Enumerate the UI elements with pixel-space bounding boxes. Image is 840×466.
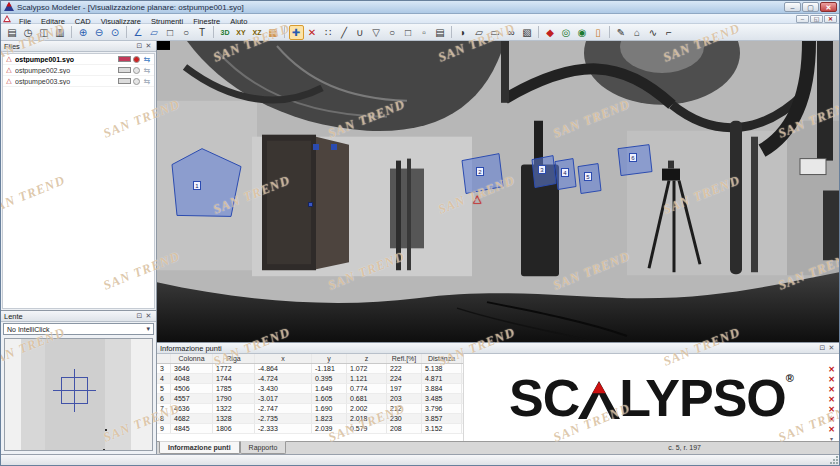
column-header[interactable]: y	[312, 354, 347, 363]
delete-row-icon[interactable]: ✕	[828, 415, 835, 425]
view-3d-icon[interactable]: 3D	[218, 25, 233, 40]
delete-row-icon[interactable]: ✕	[828, 405, 835, 415]
zoom-reset-icon[interactable]: ⊙	[108, 25, 123, 40]
table-row[interactable]: 336461772-4.864-1.1811.0722225.138	[157, 364, 463, 374]
fit-plane-icon[interactable]: ▱	[472, 25, 487, 40]
move-icon[interactable]: ⇆	[142, 55, 152, 64]
column-header[interactable]: x	[255, 354, 312, 363]
selected-point-marker[interactable]	[308, 202, 313, 207]
region-marker[interactable]: 3	[538, 165, 546, 174]
polyline-tool-icon[interactable]: ∪	[353, 25, 368, 40]
file-list-item[interactable]: △ostpumpe003.syo⇆	[3, 76, 154, 87]
region-marker[interactable]: 2	[476, 167, 484, 176]
fit-box-icon[interactable]: ▭	[488, 25, 503, 40]
move-icon[interactable]: ⇆	[142, 66, 152, 75]
angle-measure-icon[interactable]: ∠	[131, 25, 146, 40]
fit-wedge-icon[interactable]: ◗	[456, 25, 471, 40]
target-point-icon[interactable]: ◆	[543, 25, 558, 40]
region-marker[interactable]: 4	[561, 168, 569, 177]
text-tool-icon[interactable]: T	[195, 25, 210, 40]
print-icon[interactable]: ▥	[53, 25, 68, 40]
tab-rapporto[interactable]: Rapporto	[240, 441, 287, 454]
close-icon[interactable]: ✕	[144, 42, 153, 50]
pipe-fitting-icon[interactable]: ⌐	[662, 25, 677, 40]
table-row[interactable]: 645571790-3.0171.6050.6812033.485	[157, 394, 463, 404]
lens-preview[interactable]	[4, 338, 153, 451]
leveling-rod-icon[interactable]: ▯	[591, 25, 606, 40]
table-row[interactable]: 440481744-4.7240.3951.1212244.871	[157, 374, 463, 384]
intelliclick-dropdown[interactable]: No IntelliClick ▾	[3, 323, 154, 335]
close-icon[interactable]: ✕	[144, 312, 153, 320]
color-swatch[interactable]	[118, 78, 131, 84]
polygon-measure-icon[interactable]: ▱	[147, 25, 162, 40]
save-icon[interactable]: ◫	[37, 25, 52, 40]
vertex-handle[interactable]	[313, 144, 319, 150]
resize-grip[interactable]	[830, 456, 838, 464]
panorama-view[interactable]: 1 2 3 4 5 6 △	[157, 41, 839, 343]
vertex-handle[interactable]	[331, 144, 337, 150]
maximize-button[interactable]: ▢	[802, 2, 819, 12]
region-marker[interactable]: 5	[584, 172, 592, 181]
view-xy-icon[interactable]: XY	[234, 25, 249, 40]
close-icon[interactable]: ✕	[827, 344, 836, 352]
polygon-tool-icon[interactable]: ▽	[369, 25, 384, 40]
delete-row-icon[interactable]: ✕	[828, 385, 835, 395]
mdi-restore-button[interactable]: ◱	[810, 15, 823, 23]
circle-tool-icon[interactable]: ○	[385, 25, 400, 40]
column-header[interactable]: Distanza	[422, 354, 462, 363]
minimize-button[interactable]: –	[784, 2, 801, 12]
region-marker[interactable]: 1	[193, 181, 201, 190]
pin-icon[interactable]: ⊡	[135, 42, 144, 50]
fit-sheet-icon[interactable]: ▧	[520, 25, 535, 40]
rect-tool-icon[interactable]: □	[401, 25, 416, 40]
region-marker[interactable]: 6	[629, 153, 637, 162]
column-header[interactable]: z	[347, 354, 387, 363]
open-file-icon[interactable]: ▤	[5, 25, 20, 40]
mdi-close-button[interactable]: ✕	[824, 15, 837, 23]
view-grid-icon[interactable]: ▦	[266, 25, 281, 40]
zoom-in-icon[interactable]: ⊕	[76, 25, 91, 40]
pan-tool-icon[interactable]: ✚	[289, 25, 304, 40]
delete-row-icon[interactable]: ✕	[828, 375, 835, 385]
delete-row-icon[interactable]: ✕	[828, 365, 835, 375]
target-b-icon[interactable]: ◉	[575, 25, 590, 40]
fit-pipe-icon[interactable]: ∞	[504, 25, 519, 40]
zoom-out-icon[interactable]: ⊖	[92, 25, 107, 40]
column-header[interactable]: Riga	[213, 354, 255, 363]
scatter-select-icon[interactable]: ∷	[321, 25, 336, 40]
table-row[interactable]: 948451806-2.3332.0390.5792083.152	[157, 424, 463, 434]
line-tool-icon[interactable]: ╱	[337, 25, 352, 40]
view-xz-icon[interactable]: XZ	[250, 25, 265, 40]
table-row[interactable]: 846821328-2.7351.8232.0182303.857	[157, 414, 463, 424]
tab-informazione-punti[interactable]: Informazione punti	[159, 441, 240, 454]
delete-points-icon[interactable]: ✕	[305, 25, 320, 40]
circle-measure-icon[interactable]: ○	[179, 25, 194, 40]
rect-measure-icon[interactable]: □	[163, 25, 178, 40]
color-swatch[interactable]	[118, 56, 131, 62]
export-model-icon[interactable]: ⌂	[630, 25, 645, 40]
visibility-dot-icon[interactable]	[133, 67, 140, 74]
target-a-icon[interactable]: ◎	[559, 25, 574, 40]
column-header[interactable]	[157, 354, 171, 363]
file-list-item[interactable]: △ostpumpe001.syo⇆	[3, 54, 154, 65]
delete-row-icon[interactable]: ✕	[828, 425, 835, 435]
delete-row-icon[interactable]: ✕	[828, 395, 835, 405]
annotate-icon[interactable]: ✎	[614, 25, 629, 40]
visibility-dot-icon[interactable]	[133, 56, 140, 63]
column-header[interactable]: Refl.[%]	[387, 354, 422, 363]
pin-icon[interactable]: ⊡	[818, 344, 827, 352]
pin-icon[interactable]: ⊡	[135, 312, 144, 320]
column-header[interactable]: Colonna	[171, 354, 213, 363]
recent-icon[interactable]: ◷	[21, 25, 36, 40]
fence-select-icon[interactable]: ▫	[417, 25, 432, 40]
file-list-item[interactable]: △ostpumpe002.syo⇆	[3, 65, 154, 76]
color-swatch[interactable]	[118, 67, 131, 73]
mdi-minimize-button[interactable]: –	[796, 15, 809, 23]
close-button[interactable]: ✕	[820, 2, 837, 12]
pipe-run-icon[interactable]: ∿	[646, 25, 661, 40]
move-icon[interactable]: ⇆	[142, 77, 152, 86]
layers-icon[interactable]: ▤	[433, 25, 448, 40]
visibility-dot-icon[interactable]	[133, 78, 140, 85]
table-row[interactable]: 746361322-2.7471.6902.0022123.796	[157, 404, 463, 414]
table-row[interactable]: 545061785-3.4301.6490.7741973.884	[157, 384, 463, 394]
